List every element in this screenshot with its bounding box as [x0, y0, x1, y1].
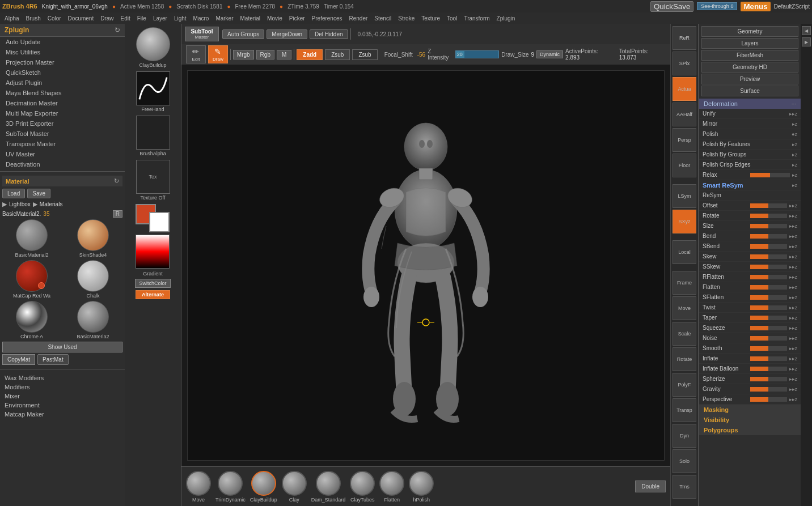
surface-button[interactable]: Surface [701, 86, 798, 96]
z-intensity-bar[interactable]: 20 [455, 50, 499, 58]
deform-item-perspective[interactable]: Perspective▸▸z [699, 394, 801, 405]
deform-item-rotate[interactable]: Rotate▸▸z [699, 211, 801, 221]
deform-item-sskew[interactable]: SSkew▸▸z [699, 262, 801, 272]
menu-document[interactable]: Document [68, 15, 94, 22]
fibermesh-button[interactable]: FiberMesh [701, 50, 798, 61]
load-button[interactable]: Load [2, 189, 25, 198]
plugin-maya-blend-shapes[interactable]: Maya Blend Shapes [0, 88, 125, 98]
quicksave-button[interactable]: QuickSave [650, 1, 693, 12]
plugin-multi-map-exporter[interactable]: Multi Map Exporter [0, 108, 125, 118]
double-button[interactable]: Double [635, 481, 666, 492]
modifiers-item[interactable]: Modifiers [5, 382, 120, 392]
texture-thumb[interactable]: Tex Texture Off [136, 160, 170, 201]
deform-item-bend[interactable]: Bend▸▸z [699, 231, 801, 241]
environment-item[interactable]: Environment [5, 401, 120, 410]
mat-swatch-basic2[interactable]: BasicMateria2 [64, 301, 122, 339]
menu-movie[interactable]: Movie [267, 15, 282, 22]
tool-dynamic[interactable]: Dyn [673, 424, 696, 448]
refresh-icon[interactable]: ↻ [115, 26, 120, 34]
tool-actual[interactable]: Actua [673, 77, 696, 101]
mat-r-button[interactable]: R [113, 210, 122, 218]
tool-sxyz[interactable]: SXyz [673, 210, 696, 233]
menu-material[interactable]: Material [240, 15, 261, 22]
deform-item-twist[interactable]: Twist▸▸z [699, 303, 801, 313]
brush-slot-claybuildup[interactable]: ClayBuildup [250, 471, 277, 503]
mat-swatch-basic[interactable]: BasicMaterial2 [2, 219, 61, 258]
save-button[interactable]: Save [27, 189, 50, 198]
menu-tool[interactable]: Tool [447, 15, 457, 22]
tool-move[interactable]: Move [673, 296, 696, 320]
mat-swatch-matcap[interactable]: MatCap Red Wa [2, 260, 61, 299]
del-hidden-button[interactable]: Del Hidden [310, 29, 348, 39]
plugin-quicksketch[interactable]: QuickSketch [0, 67, 125, 78]
brush-slot-flatten[interactable]: Flatten [379, 471, 404, 503]
material-refresh-icon[interactable]: ↻ [114, 177, 119, 185]
plugin-transpose-master[interactable]: Transpose Master [0, 139, 125, 149]
alternate-button[interactable]: Alternate [136, 290, 170, 299]
deform-item-inflate-balloon[interactable]: Inflate Balloon▸▸z [699, 364, 801, 374]
visibility-header[interactable]: Visibility [699, 415, 801, 425]
seethrough-button[interactable]: See-through 0 [697, 2, 737, 10]
deform-item-relax[interactable]: Relax▸z [699, 170, 801, 180]
menu-zplugin[interactable]: Zplugin [497, 15, 515, 22]
brush-slot-clay[interactable]: Clay [282, 471, 307, 503]
plugin-3d-print-exporter[interactable]: 3D Print Exporter [0, 118, 125, 129]
wax-modifiers-item[interactable]: Wax Modifiers [5, 373, 120, 382]
far-right-1[interactable]: ◀ [802, 26, 811, 35]
brush-slot-move[interactable]: Move [186, 471, 211, 503]
draw-button[interactable]: ✎ Draw [208, 45, 228, 63]
brush-stroke-thumb[interactable]: FreeHand [136, 71, 170, 112]
tool-solo[interactable]: Solo [673, 449, 696, 473]
plugin-uv-master[interactable]: UV Master [0, 149, 125, 159]
switch-color-button[interactable]: SwitchColor [135, 279, 170, 288]
bg-color-swatch[interactable] [149, 212, 170, 232]
menu-stroke[interactable]: Stroke [398, 15, 415, 22]
deform-item-flatten[interactable]: Flatten▸▸z [699, 282, 801, 292]
mat-swatch-chalk[interactable]: Chalk [64, 260, 122, 299]
polygroups-header[interactable]: Polygroups [699, 425, 801, 435]
plugin-deactivation[interactable]: Deactivation [0, 159, 125, 169]
brush-current-thumb[interactable]: ClayBuildup [136, 27, 170, 68]
deform-item-unify[interactable]: Unify▸▸z [699, 109, 801, 119]
m-button[interactable]: M [277, 50, 291, 59]
geometry-hd-button[interactable]: Geometry HD [701, 62, 798, 73]
zsub2-button[interactable]: Zsub [352, 49, 377, 60]
menu-transform[interactable]: Transform [464, 15, 489, 22]
tool-floor[interactable]: Floor [673, 154, 696, 177]
menus-button[interactable]: Menus [741, 2, 770, 11]
brush-slot-dam-standard[interactable]: Dam_Standard [311, 471, 346, 503]
deform-item-size[interactable]: Size▸▸z [699, 221, 801, 231]
menu-macro[interactable]: Macro [193, 15, 209, 22]
plugin-decimation-master[interactable]: Decimation Master [0, 98, 125, 108]
color-swatches[interactable] [136, 204, 170, 232]
plugin-projection-master[interactable]: Projection Master [0, 57, 125, 67]
deform-item-rflatten[interactable]: RFlatten▸▸z [699, 272, 801, 282]
rgb-button[interactable]: Rgb [256, 50, 274, 59]
merge-down-button[interactable]: MergeDown [267, 29, 307, 39]
mat-swatch-skin[interactable]: SkinShade4 [64, 219, 122, 258]
layers-button[interactable]: Layers [701, 38, 798, 49]
menu-color[interactable]: Color [48, 15, 61, 22]
far-right-2[interactable]: ▶ [802, 37, 811, 46]
brush-slot-claytubes[interactable]: ClayTubes [350, 471, 375, 503]
zsub-button[interactable]: Zsub [325, 49, 350, 60]
color-gradient[interactable] [136, 235, 170, 269]
copymat-button[interactable]: CopyMat [2, 354, 35, 365]
mrgb-button[interactable]: Mrgb [233, 50, 254, 59]
tool-transp2[interactable]: Trns [673, 475, 696, 499]
tool-polyf[interactable]: PolyF [673, 373, 696, 397]
deform-item-mirror[interactable]: Mirror▸z [699, 119, 801, 129]
deform-item-spherize[interactable]: Spherize▸▸z [699, 374, 801, 384]
dynamic-button[interactable]: Dynamic [536, 50, 563, 58]
viewport-3d[interactable] [181, 65, 670, 466]
deform-item-polish[interactable]: Polish●z [699, 129, 801, 139]
deform-item-resym[interactable]: ReSym [699, 190, 801, 201]
plugin-adjust-plugin[interactable]: Adjust Plugin [0, 78, 125, 88]
menu-edit[interactable]: Edit [121, 15, 130, 22]
menu-file[interactable]: File [137, 15, 146, 22]
tool-local[interactable]: Local [673, 240, 696, 264]
plugin-subtool-master[interactable]: SubTool Master [0, 129, 125, 139]
matcap-maker-item[interactable]: Matcap Maker [5, 410, 120, 419]
deform-item-offset[interactable]: Offset▸▸z [699, 201, 801, 211]
plugin-misc-utilities[interactable]: Misc Utilities [0, 47, 125, 57]
